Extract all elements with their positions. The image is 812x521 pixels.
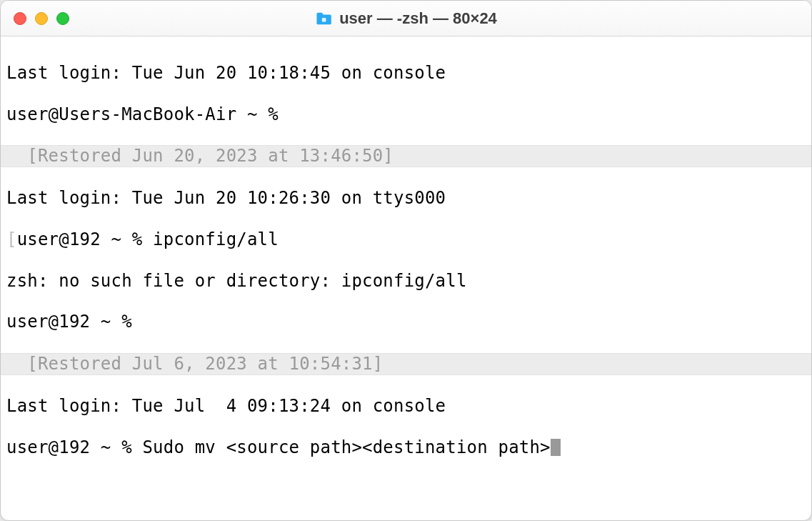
terminal-output[interactable]: Last login: Tue Jun 20 10:18:45 on conso…: [1, 36, 811, 520]
title-wrap: user — -zsh — 80×24: [315, 9, 497, 28]
restored-text: [Restored Jun 20, 2023 at 13:46:50]: [6, 146, 394, 166]
window-title: user — -zsh — 80×24: [339, 9, 497, 28]
cursor-icon: [551, 439, 561, 456]
close-icon[interactable]: [14, 12, 26, 25]
titlebar[interactable]: user — -zsh — 80×24: [1, 1, 811, 36]
traffic-lights: [14, 12, 69, 25]
terminal-line: [user@192 ~ % ipconfig/all: [6, 229, 806, 250]
last-login-text: Last login: Tue Jun 20 10:18:45 on conso…: [6, 63, 446, 83]
last-login-text: Last login: Tue Jun 20 10:26:30 on ttys0…: [6, 188, 446, 208]
restored-session-line: [Restored Jul 6, 2023 at 10:54:31]: [1, 353, 811, 375]
terminal-line: Last login: Tue Jun 20 10:18:45 on conso…: [6, 63, 806, 84]
terminal-line: Last login: Tue Jun 20 10:26:30 on ttys0…: [6, 188, 806, 209]
terminal-line: user@192 ~ % Sudo mv <source path><desti…: [6, 437, 806, 458]
error-text: zsh: no such file or directory: ipconfig…: [6, 271, 467, 291]
prompt-text: user@192 ~ %: [6, 312, 132, 332]
terminal-line: Last login: Tue Jul 4 09:13:24 on consol…: [6, 396, 806, 417]
maximize-icon[interactable]: [56, 12, 69, 25]
restored-session-line: [Restored Jun 20, 2023 at 13:46:50]: [1, 145, 811, 167]
terminal-line: user@Users-MacBook-Air ~ %: [6, 104, 806, 125]
command-text: user@192 ~ % ipconfig/all: [17, 229, 279, 249]
terminal-line: zsh: no such file or directory: ipconfig…: [6, 271, 806, 292]
folder-icon: [315, 11, 332, 26]
minimize-icon[interactable]: [35, 12, 48, 25]
restored-text: [Restored Jul 6, 2023 at 10:54:31]: [6, 354, 383, 374]
command-text: user@192 ~ % Sudo mv <source path><desti…: [6, 437, 551, 457]
bracket-left: [: [6, 229, 17, 249]
last-login-text: Last login: Tue Jul 4 09:13:24 on consol…: [6, 396, 446, 416]
prompt-text: user@Users-MacBook-Air ~ %: [6, 104, 279, 124]
terminal-window: user — -zsh — 80×24 Last login: Tue Jun …: [0, 0, 812, 521]
terminal-line: user@192 ~ %: [6, 312, 806, 332]
svg-rect-0: [321, 18, 326, 22]
